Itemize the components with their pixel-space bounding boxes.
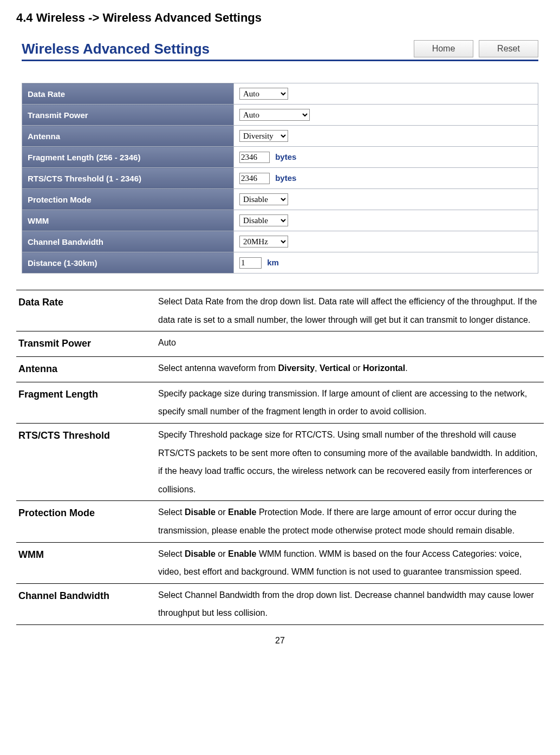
description-text: Select antenna waveform from Diversity, … bbox=[156, 356, 544, 382]
settings-panel: Wireless Advanced Settings Home Reset Da… bbox=[22, 40, 538, 274]
protection-mode-select[interactable]: Disable bbox=[239, 193, 288, 205]
label-antenna: Antenna bbox=[22, 126, 234, 147]
description-row: Fragment LengthSpecify package size duri… bbox=[16, 382, 544, 423]
rtscts-input[interactable] bbox=[239, 173, 270, 184]
label-data-rate: Data Rate bbox=[22, 83, 234, 105]
row-data-rate: Data Rate Auto bbox=[22, 83, 538, 105]
fragment-length-input[interactable] bbox=[239, 152, 270, 163]
page-number: 27 bbox=[16, 636, 544, 646]
section-heading: 4.4 Wireless -> Wireless Advanced Settin… bbox=[16, 11, 544, 25]
distance-input[interactable] bbox=[239, 257, 262, 269]
antenna-select[interactable]: Diversity bbox=[239, 130, 288, 142]
transmit-power-select[interactable]: Auto bbox=[239, 109, 310, 121]
label-transmit-power: Transmit Power bbox=[22, 105, 234, 126]
panel-header: Wireless Advanced Settings Home Reset bbox=[22, 40, 538, 61]
description-row: Transmit PowerAuto bbox=[16, 331, 544, 357]
row-protection-mode: Protection Mode Disable bbox=[22, 189, 538, 210]
description-text: Auto bbox=[156, 331, 544, 357]
description-row: WMMSelect Disable or Enable WMM function… bbox=[16, 542, 544, 583]
distance-unit: km bbox=[267, 258, 279, 267]
description-row: Data RateSelect Data Rate from the drop … bbox=[16, 290, 544, 331]
description-text: Select Data Rate from the drop down list… bbox=[156, 290, 544, 331]
description-row: AntennaSelect antenna waveform from Dive… bbox=[16, 356, 544, 382]
panel-title: Wireless Advanced Settings bbox=[22, 41, 408, 57]
row-channel-bandwidth: Channel Bandwidth 20MHz bbox=[22, 231, 538, 252]
label-distance: Distance (1-30km) bbox=[22, 252, 234, 274]
reset-button[interactable]: Reset bbox=[479, 40, 538, 57]
description-row: RTS/CTS ThresholdSpecify Threshold packa… bbox=[16, 423, 544, 500]
row-wmm: WMM Disable bbox=[22, 210, 538, 231]
label-wmm: WMM bbox=[22, 210, 234, 231]
wmm-select[interactable]: Disable bbox=[239, 214, 288, 226]
description-term: Fragment Length bbox=[16, 382, 156, 423]
label-fragment-length: Fragment Length (256 - 2346) bbox=[22, 147, 234, 168]
row-antenna: Antenna Diversity bbox=[22, 126, 538, 147]
label-protection-mode: Protection Mode bbox=[22, 189, 234, 210]
description-term: Channel Bandwidth bbox=[16, 583, 156, 624]
label-channel-bandwidth: Channel Bandwidth bbox=[22, 231, 234, 252]
description-term: Transmit Power bbox=[16, 331, 156, 357]
description-table: Data RateSelect Data Rate from the drop … bbox=[16, 290, 544, 625]
settings-table: Data Rate Auto Transmit Power Auto Anten… bbox=[22, 83, 538, 274]
description-term: Data Rate bbox=[16, 290, 156, 331]
description-row: Protection ModeSelect Disable or Enable … bbox=[16, 501, 544, 542]
row-distance: Distance (1-30km) km bbox=[22, 252, 538, 274]
description-term: Protection Mode bbox=[16, 501, 156, 542]
home-button[interactable]: Home bbox=[414, 40, 473, 57]
channel-bandwidth-select[interactable]: 20MHz bbox=[239, 236, 288, 248]
description-term: WMM bbox=[16, 542, 156, 583]
description-text: Specify Threshold package size for RTC/C… bbox=[156, 423, 544, 500]
description-term: RTS/CTS Threshold bbox=[16, 423, 156, 500]
row-transmit-power: Transmit Power Auto bbox=[22, 105, 538, 126]
row-rtscts: RTS/CTS Threshold (1 - 2346) bytes bbox=[22, 168, 538, 189]
data-rate-select[interactable]: Auto bbox=[239, 88, 288, 100]
fragment-unit: bytes bbox=[275, 152, 296, 161]
description-text: Select Disable or Enable Protection Mode… bbox=[156, 501, 544, 542]
description-row: Channel BandwidthSelect Channel Bandwidt… bbox=[16, 583, 544, 624]
description-text: Specify package size during transmission… bbox=[156, 382, 544, 423]
row-fragment-length: Fragment Length (256 - 2346) bytes bbox=[22, 147, 538, 168]
description-text: Select Disable or Enable WMM function. W… bbox=[156, 542, 544, 583]
rtscts-unit: bytes bbox=[275, 173, 296, 183]
description-text: Select Channel Bandwidth from the drop d… bbox=[156, 583, 544, 624]
label-rtscts: RTS/CTS Threshold (1 - 2346) bbox=[22, 168, 234, 189]
description-term: Antenna bbox=[16, 356, 156, 382]
